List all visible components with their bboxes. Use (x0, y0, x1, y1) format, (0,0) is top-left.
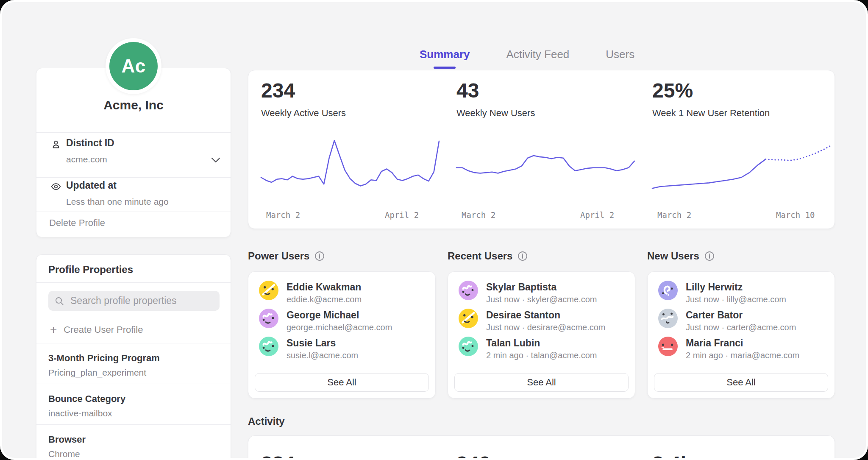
x-axis: March 2 March 10 (652, 210, 830, 221)
user-avatar (459, 337, 478, 356)
property-name: 3-Month Pricing Program (48, 353, 160, 364)
user-row[interactable]: Talan Lubin 2 min ago · talan@acme.com (459, 337, 624, 359)
field-value: acme.com (66, 154, 107, 164)
new-users-card: Lilly Herwitz Just now · lilly@acme.com … (647, 271, 835, 399)
x-tick-start: March 2 (266, 210, 300, 220)
week1-retention-chart (652, 135, 830, 203)
user-row[interactable]: Lilly Herwitz Just now · lilly@acme.com (658, 282, 824, 303)
property-name: Bounce Category (48, 393, 125, 404)
profile-properties-card: Profile Properties + Create User Profile… (36, 254, 231, 460)
user-meta: eddie.k@acme.com (287, 295, 362, 304)
tab-activity-feed[interactable]: Activity Feed (506, 48, 570, 69)
property-row-browser[interactable]: Browser Chrome (36, 424, 231, 460)
see-all-button[interactable]: See All (654, 373, 828, 392)
property-value: Pricing_plan_experiment (48, 368, 146, 378)
section-title: Power Users (248, 250, 309, 262)
stat-weekly-new-users: 43 Weekly New Users March 2 April 2 (456, 79, 634, 119)
user-row[interactable]: Carter Bator Just now · carter@acme.com (658, 309, 824, 331)
user-name: Skylar Baptista (486, 282, 556, 293)
section-header-power-users: Power Users (248, 250, 325, 262)
chevron-down-icon[interactable] (211, 157, 220, 163)
x-axis: March 2 April 2 (261, 210, 439, 221)
property-value: Chrome (48, 449, 80, 459)
stat-value: 43 (456, 79, 634, 103)
user-meta: 2 min ago · talan@acme.com (486, 351, 597, 360)
user-meta: Just now · desirare@acme.com (486, 323, 606, 332)
stat-label: Weekly New Users (456, 108, 634, 119)
activity-stat-value: 940 (456, 452, 490, 460)
user-name: Carter Bator (686, 309, 743, 321)
stat-label: Week 1 New User Retention (652, 108, 830, 119)
section-header-new-users: New Users (647, 250, 715, 262)
user-meta: 2 min ago · maria@acme.com (686, 351, 799, 360)
field-label: Updated at (66, 180, 117, 191)
user-row[interactable]: Susie Lars susie.l@acme.com (259, 337, 425, 359)
stat-label: Weekly Active Users (261, 108, 439, 119)
user-row[interactable]: George Michael george.michael@acme.com (259, 309, 425, 331)
activity-stats-card: 234 940 3.4k (248, 435, 835, 460)
user-avatar (658, 281, 678, 300)
x-axis: March 2 April 2 (456, 210, 634, 221)
property-name: Browser (48, 434, 86, 445)
property-row-pricing-program[interactable]: 3-Month Pricing Program Pricing_plan_exp… (36, 343, 231, 384)
user-avatar (658, 337, 678, 356)
user-row[interactable]: Skylar Baptista Just now · skyler@acme.c… (459, 282, 624, 303)
search-input[interactable] (70, 295, 214, 307)
section-title: New Users (647, 250, 699, 262)
stat-weekly-active-users: 234 Weekly Active Users March 2 April 2 (261, 79, 439, 119)
x-tick-end: April 2 (385, 210, 419, 220)
profile-properties-search[interactable] (48, 291, 220, 311)
divider (36, 132, 231, 133)
user-name: Lilly Herwitz (686, 282, 743, 293)
user-avatar (259, 337, 278, 356)
person-icon (50, 139, 61, 150)
field-value: Less than one minute ago (66, 197, 169, 207)
user-name: Talan Lubin (486, 337, 540, 349)
user-row[interactable]: Eddie Kwakman eddie.k@acme.com (259, 282, 425, 303)
user-row[interactable]: Maria Franci 2 min ago · maria@acme.com (658, 337, 824, 359)
power-users-card: Eddie Kwakman eddie.k@acme.com George Mi… (248, 271, 436, 399)
user-meta: Just now · lilly@acme.com (686, 295, 786, 304)
divider (36, 282, 231, 283)
tab-users[interactable]: Users (606, 48, 634, 69)
user-name: George Michael (287, 309, 359, 321)
tab-bar: Summary Activity Feed Users (420, 48, 634, 69)
section-header-recent-users: Recent Users (448, 250, 528, 262)
user-avatar (259, 281, 278, 300)
property-value: inactive-mailbox (48, 408, 112, 418)
see-all-button[interactable]: See All (454, 373, 629, 392)
x-tick-end: March 10 (776, 210, 815, 220)
divider (36, 177, 231, 178)
plus-icon: + (50, 324, 57, 336)
user-name: Eddie Kwakman (287, 282, 361, 293)
company-avatar: Ac (106, 38, 161, 94)
create-user-profile-button[interactable]: + Create User Profile (50, 324, 143, 336)
user-meta: Just now · carter@acme.com (686, 323, 796, 332)
divider (36, 212, 231, 212)
user-name: Maria Franci (686, 337, 743, 349)
stat-value: 234 (261, 79, 439, 103)
user-avatar (259, 309, 278, 328)
tab-summary[interactable]: Summary (420, 48, 470, 69)
delete-profile-button[interactable]: Delete Profile (49, 217, 105, 229)
weekly-active-users-chart (261, 135, 439, 203)
see-all-button[interactable]: See All (255, 373, 429, 392)
eye-icon (50, 181, 61, 192)
summary-stats-card: 234 Weekly Active Users March 2 April 2 … (248, 70, 835, 229)
company-name: Acme, Inc (36, 98, 231, 112)
activity-stat-value: 3.4k (652, 452, 692, 460)
recent-users-card: Skylar Baptista Just now · skyler@acme.c… (448, 271, 635, 399)
info-icon[interactable] (704, 251, 715, 261)
info-icon[interactable] (314, 251, 325, 261)
property-row-bounce-category[interactable]: Bounce Category inactive-mailbox (36, 384, 231, 425)
section-title: Recent Users (448, 250, 512, 262)
info-icon[interactable] (517, 251, 528, 261)
user-row[interactable]: Desirae Stanton Just now · desirare@acme… (459, 309, 624, 331)
user-name: Desirae Stanton (486, 309, 560, 321)
field-label: Distinct ID (66, 137, 114, 149)
company-avatar-initials: Ac (109, 42, 158, 90)
user-meta: Just now · skyler@acme.com (486, 295, 597, 304)
user-meta: susie.l@acme.com (287, 351, 358, 360)
stat-week1-retention: 25% Week 1 New User Retention March 2 Ma… (652, 79, 830, 119)
x-tick-start: March 2 (657, 210, 691, 220)
